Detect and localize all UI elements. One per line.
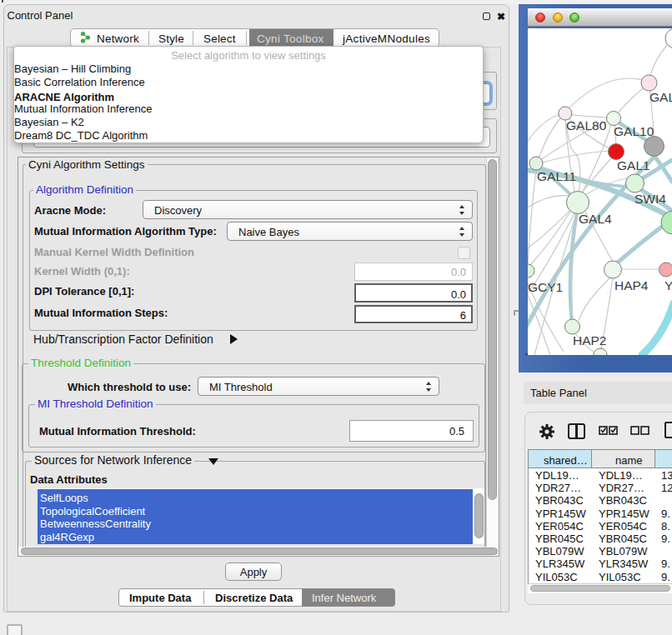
svg-text:HAP2: HAP2 [573,333,607,348]
svg-text:SWI4: SWI4 [634,192,666,206]
svg-text:GCY1: GCY1 [528,280,563,294]
svg-text:GAL4: GAL4 [579,212,612,226]
svg-text:GAL11: GAL11 [537,169,576,183]
svg-text:GAL1: GAL1 [617,158,650,172]
svg-text:GAL7: GAL7 [649,90,672,104]
svg-text:HAP4: HAP4 [614,278,649,292]
svg-text:GAL80: GAL80 [566,118,607,132]
svg-text:GAL10: GAL10 [614,124,654,138]
svg-text:Y: Y [664,278,672,292]
